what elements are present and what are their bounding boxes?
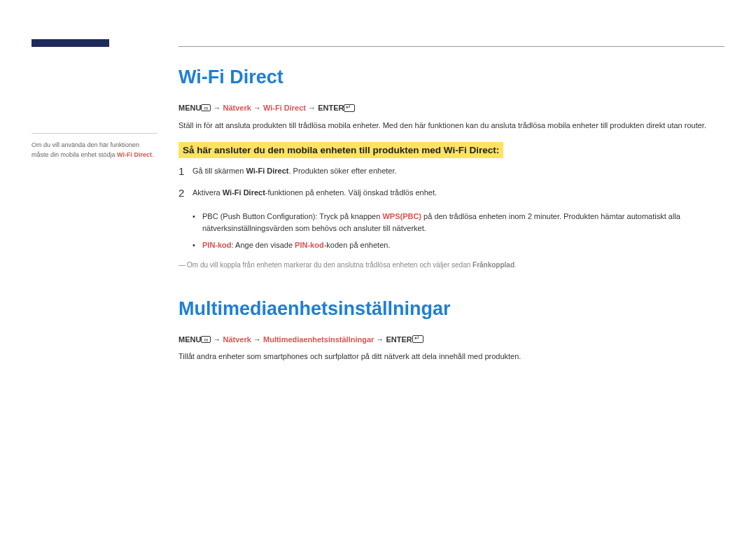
desc-multimedia: Tillåt andra enheter som smartphones och… <box>178 351 724 363</box>
nav2-p1: Nätverk <box>223 335 251 344</box>
sidebar-note-red: Wi-Fi Direct <box>117 151 152 158</box>
step1-pre: Gå till skärmen <box>192 167 246 175</box>
top-rule <box>178 46 724 47</box>
heading-wifi-direct: Wi-Fi Direct <box>178 66 724 88</box>
note-pre: Om du vill koppla från enheten markerar … <box>187 261 472 269</box>
bullet-pbc: PBC (Push Button Configuration): Tryck p… <box>192 211 724 234</box>
nav2-arrow-2: → <box>251 335 263 344</box>
highlight-instruction: Så här ansluter du den mobila enheten ti… <box>178 142 503 158</box>
header-accent-bar <box>31 39 109 47</box>
desc-wifi: Ställ in för att ansluta produkten till … <box>178 120 724 132</box>
nav2-p2: Multimediaenhetsinställningar <box>263 335 374 344</box>
nav-enter-label: ENTER <box>318 104 344 112</box>
nav-arrow-2: → <box>251 104 263 112</box>
main-content: Wi-Fi Direct MENUm → Nätverk → Wi-Fi Dir… <box>178 66 724 374</box>
step-1-num: 1 <box>178 164 192 180</box>
nav-p1: Nätverk <box>223 104 251 112</box>
step-1: 1 Gå till skärmen Wi-Fi Direct. Produkte… <box>178 165 724 180</box>
step-1-text: Gå till skärmen Wi-Fi Direct. Produkten … <box>192 165 724 177</box>
enter-icon-2 <box>412 335 424 343</box>
nav2-arrow-1: → <box>211 335 223 344</box>
step-2-num: 2 <box>178 185 192 202</box>
b2-red1: PIN-kod <box>202 241 232 249</box>
b2-mid: : Ange den visade <box>232 241 295 249</box>
sidebar-note: Om du vill använda den här funktionen må… <box>31 141 158 160</box>
sidebar-note-suffix: . <box>152 151 154 158</box>
menu-icon-2: m <box>201 336 211 343</box>
section-multimedia: Multimediaenhetsinställningar MENUm → Nä… <box>178 298 724 363</box>
nav-menu-label: MENU <box>178 104 201 112</box>
b2-red2: PIN-kod <box>295 241 324 249</box>
nav2-arrow-3: → <box>374 335 386 344</box>
nav-p2: Wi-Fi Direct <box>263 104 306 112</box>
sidebar: Om du vill använda den här funktionen må… <box>31 133 158 160</box>
nav2-enter-label: ENTER <box>386 335 412 344</box>
step1-post: . Produkten söker efter enheter. <box>288 167 396 175</box>
step2-pre: Aktivera <box>192 188 223 197</box>
nav-path-wifi: MENUm → Nätverk → Wi-Fi Direct → ENTER <box>178 104 724 113</box>
bullet-list: PBC (Push Button Configuration): Tryck p… <box>178 211 724 251</box>
step2-post: -funktionen på enheten. Välj önskad tråd… <box>265 188 437 197</box>
note-post: . <box>514 261 517 269</box>
step1-bold: Wi-Fi Direct <box>246 167 288 175</box>
b1-pre: PBC (Push Button Configuration): Tryck p… <box>202 212 382 220</box>
nav-arrow-1: → <box>211 104 223 112</box>
disconnect-note: Om du vill koppla från enheten markerar … <box>178 260 724 270</box>
nav-arrow-3: → <box>306 104 318 112</box>
b1-red: WPS(PBC) <box>382 212 421 220</box>
b2-post: -koden på enheten. <box>324 241 391 249</box>
step-2: 2 Aktivera Wi-Fi Direct-funktionen på en… <box>178 187 724 202</box>
steps-list: 1 Gå till skärmen Wi-Fi Direct. Produkte… <box>178 165 724 201</box>
step2-bold: Wi-Fi Direct <box>223 188 265 197</box>
heading-multimedia: Multimediaenhetsinställningar <box>178 298 724 320</box>
nav2-menu-label: MENU <box>178 335 201 344</box>
nav-path-multimedia: MENUm → Nätverk → Multimediaenhetsinstäl… <box>178 335 724 344</box>
menu-icon: m <box>201 104 211 111</box>
note-bold: Frånkopplad <box>472 261 514 269</box>
enter-icon <box>344 104 355 112</box>
step-2-text: Aktivera Wi-Fi Direct-funktionen på enhe… <box>192 187 724 199</box>
bullet-pin: PIN-kod: Ange den visade PIN-kod-koden p… <box>192 239 724 251</box>
sidebar-rule <box>31 133 158 134</box>
